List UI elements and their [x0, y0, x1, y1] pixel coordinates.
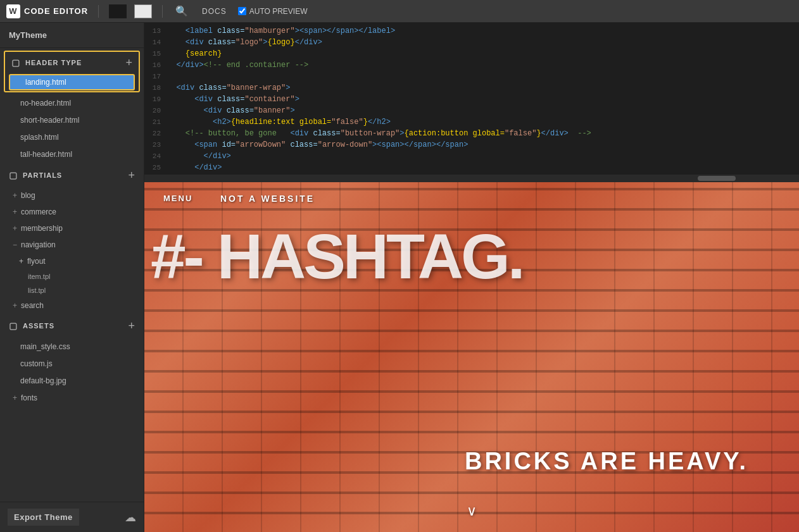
topbar-separator-2 [162, 5, 163, 18]
theme-name: MyTheme [0, 23, 144, 48]
theme-dark-button[interactable] [109, 4, 127, 18]
code-line-14: 14 <div class="logo">{logo}</div> [144, 37, 799, 48]
preview-background: MENU NOT A WEBSITE #- HASHTAG. BRICKS AR… [144, 182, 799, 532]
app-title: CODE EDITOR [24, 6, 88, 16]
assets-section-header[interactable]: ▢ ASSETS + [0, 314, 144, 338]
code-line-21: 21 <h2>{headline:text global="false"}</h… [144, 116, 799, 128]
header-type-add-icon[interactable]: + [125, 57, 132, 68]
header-type-section: ▢ HEADER TYPE + landing.html [4, 51, 140, 92]
search-icon[interactable]: 🔍 [173, 3, 191, 20]
cloud-icon: ☁ [125, 510, 136, 524]
assets-label: ▢ ASSETS [9, 321, 54, 331]
plus-icon: + [13, 224, 17, 233]
partials-add-icon[interactable]: + [128, 170, 135, 181]
code-line-23: 23 <span id="arrowDown" class="arrow-dow… [144, 139, 799, 151]
plus-icon: + [13, 301, 17, 310]
topbar-separator [98, 5, 99, 18]
asset-default-bg-jpg[interactable]: default-bg.jpg [4, 373, 140, 389]
file-splash-html[interactable]: splash.html [4, 129, 140, 145]
scrollbar-thumb[interactable] [698, 176, 736, 181]
topbar: W CODE EDITOR 🔍 DOCS AUTO PREVIEW [0, 0, 799, 23]
plus-icon: + [19, 257, 23, 266]
auto-preview-toggle[interactable]: AUTO PREVIEW [238, 7, 308, 16]
fonts-item[interactable]: + fonts [0, 390, 144, 406]
code-line-18: 18 <div class="banner-wrap"> [144, 82, 799, 94]
preview-arrow: ∨ [467, 503, 477, 519]
partials-label: ▢ PARTIALS [9, 170, 62, 180]
code-line-22: 22 <!-- button, be gone <div class="butt… [144, 128, 799, 139]
sidebar-content: ▢ HEADER TYPE + landing.html no-header.h… [0, 48, 144, 502]
code-line-19: 19 <div class="container"> [144, 94, 799, 105]
preview-hashtag: #- HASHTAG. [151, 220, 523, 293]
file-tall-header-html[interactable]: tall-header.html [4, 146, 140, 163]
file-no-header-html[interactable]: no-header.html [4, 95, 140, 111]
asset-main-style-css[interactable]: main_style.css [4, 338, 140, 355]
assets-icon: ▢ [9, 321, 18, 331]
code-line-20: 20 <div class="banner"> [144, 105, 799, 116]
partial-search[interactable]: + search [0, 297, 144, 314]
auto-preview-label: AUTO PREVIEW [249, 7, 308, 16]
plus-icon: + [13, 393, 17, 402]
export-theme-button[interactable]: Export Theme [8, 509, 79, 526]
preview-tagline: NOT A WEBSITE [220, 194, 315, 204]
code-line-13: 13 <label class="hamburger"><span></span… [144, 25, 799, 37]
minus-icon: − [13, 240, 17, 249]
header-type-header[interactable]: ▢ HEADER TYPE + [5, 52, 139, 73]
partial-commerce[interactable]: + commerce [0, 204, 144, 220]
partial-flyout[interactable]: + flyout [0, 253, 144, 269]
file-item-tpl[interactable]: item.tpl [0, 269, 144, 283]
file-icon: ▢ [11, 58, 20, 68]
preview-menu-label: MENU [163, 194, 192, 203]
partials-icon: ▢ [9, 170, 18, 180]
preview-subtitle: BRICKS ARE HEAVY. [465, 448, 748, 475]
partials-section-header[interactable]: ▢ PARTIALS + [0, 163, 144, 187]
file-list-tpl[interactable]: list.tpl [0, 283, 144, 297]
main-layout: MyTheme ▢ HEADER TYPE + landing.html no-… [0, 23, 799, 532]
partial-navigation[interactable]: − navigation [0, 237, 144, 253]
sidebar-footer: Export Theme ☁ [0, 502, 144, 532]
asset-custom-js[interactable]: custom.js [4, 356, 140, 372]
w-icon: W [6, 4, 20, 18]
code-line-25: 25 </div> [144, 162, 799, 173]
plus-icon: + [13, 207, 17, 216]
auto-preview-checkbox[interactable] [238, 7, 246, 15]
horizontal-scrollbar[interactable] [144, 175, 799, 182]
code-line-24: 24 </div> [144, 151, 799, 162]
partial-membership[interactable]: + membership [0, 220, 144, 237]
file-landing-html[interactable]: landing.html [9, 74, 135, 90]
app-logo: W CODE EDITOR [6, 4, 88, 18]
plus-icon: + [13, 191, 17, 200]
code-line-17: 17 [144, 71, 799, 82]
file-short-header-html[interactable]: short-header.html [4, 112, 140, 128]
editor-area: 13 <label class="hamburger"><span></span… [144, 23, 799, 532]
header-type-label: ▢ HEADER TYPE [11, 58, 82, 68]
preview-area: MENU NOT A WEBSITE #- HASHTAG. BRICKS AR… [144, 182, 799, 532]
docs-button[interactable]: DOCS [198, 4, 230, 18]
sidebar: MyTheme ▢ HEADER TYPE + landing.html no-… [0, 23, 144, 532]
code-editor[interactable]: 13 <label class="hamburger"><span></span… [144, 23, 799, 175]
theme-light-button[interactable] [134, 4, 152, 18]
code-line-16: 16 </div><!-- end .container --> [144, 59, 799, 71]
code-line-15: 15 {search} [144, 48, 799, 59]
assets-add-icon[interactable]: + [128, 320, 135, 331]
code-lines: 13 <label class="hamburger"><span></span… [144, 23, 799, 175]
partial-blog[interactable]: + blog [0, 187, 144, 204]
